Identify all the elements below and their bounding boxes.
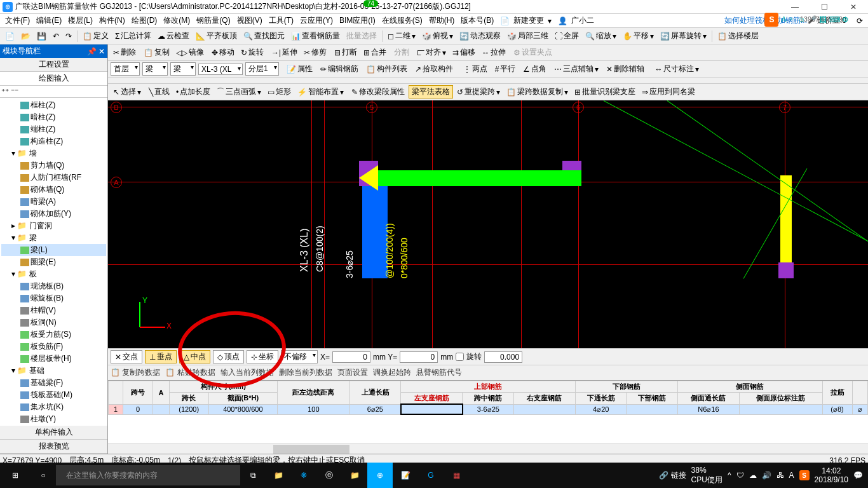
menu-version[interactable]: 版本号(B) (458, 15, 496, 26)
tree-item[interactable]: 剪力墙(Q) (1, 159, 106, 172)
adjust-span[interactable]: 调换起始跨 (373, 367, 411, 378)
two-point-button[interactable]: ⋮ 两点 (461, 64, 490, 74)
layer-dropdown[interactable]: 分层1 (245, 62, 279, 76)
rect-button[interactable]: ▭ 矩形 (265, 86, 294, 97)
menu-tool[interactable]: 工具(T) (266, 15, 296, 26)
task-view-icon[interactable]: ⧉ (240, 463, 266, 488)
new-icon[interactable]: 📄 (3, 32, 17, 41)
snap-coord[interactable]: ⊹ 坐标 (247, 350, 278, 363)
tree-item[interactable]: ▾ 📁 基础 (1, 365, 106, 377)
smart-button[interactable]: ⚡ 智能布置 ▾ (295, 86, 346, 97)
tree-item[interactable]: 圈梁(E) (1, 256, 106, 268)
edit-span-button[interactable]: ✎ 修改梁段属性 (349, 86, 407, 97)
bird-button[interactable]: 🎲 俯视 ▾ (419, 30, 456, 41)
tree-item[interactable]: 板负筋(F) (1, 341, 106, 353)
screen-rotate-button[interactable]: 🔄 屏幕旋转 ▾ (658, 30, 709, 41)
task-app2[interactable]: ❋ (291, 463, 316, 488)
tree-item[interactable]: 柱墩(Y) (1, 413, 106, 425)
reset-span-button[interactable]: ↺ 重提梁跨 ▾ (454, 86, 503, 97)
move-button[interactable]: ✥ 移动 (209, 47, 237, 58)
tray-notif-icon[interactable]: 💬 (853, 471, 863, 480)
dyn-button[interactable]: 🔄 动态观察 (457, 30, 503, 41)
close-button[interactable]: ✕ (839, 0, 868, 14)
arc3-button[interactable]: ⌒ 三点画弧 ▾ (214, 86, 264, 97)
line-button[interactable]: ╲ 直线 (146, 86, 172, 97)
define-button[interactable]: 📋 定义 (80, 30, 111, 41)
snap-intersect[interactable]: ✕ 交点 (111, 350, 142, 363)
task-note[interactable]: 📝 (393, 463, 418, 488)
set-clip-button[interactable]: ⚙ 设置夹点 (511, 47, 555, 58)
copy-span-button[interactable]: 📋 梁跨数据复制 ▾ (504, 86, 571, 97)
menu-online[interactable]: 在线服务(S) (379, 15, 425, 26)
batch-span-button[interactable]: ⊞ 批量识别梁支座 (572, 86, 638, 97)
member-tree[interactable]: 框柱(Z) 暗柱(Z) 端柱(Z) 构造柱(Z)▾ 📁 墙 剪力墙(Q) 人防门… (0, 98, 107, 426)
menu-help[interactable]: 帮助(H) (426, 15, 458, 26)
tree-item[interactable]: 楼层板带(H) (1, 353, 106, 365)
del-axis-button[interactable]: ✕ 删除辅轴 (604, 64, 647, 74)
tray-link[interactable]: 🔗 链接 (659, 470, 686, 481)
tab-report[interactable]: 报表预览 (0, 440, 107, 454)
stretch-button[interactable]: ↔ 拉伸 (479, 47, 508, 58)
offset-button[interactable]: ⇉ 偏移 (450, 47, 478, 58)
point-angle-button[interactable]: ∠ 点角 (520, 64, 549, 74)
find-button[interactable]: 🔍 查找图元 (241, 30, 287, 41)
save-icon[interactable]: 💾 (34, 32, 49, 41)
open-icon[interactable]: 📂 (18, 32, 33, 41)
view-rebar-button[interactable]: 📊 查看钢筋量 (288, 30, 342, 41)
flat-button[interactable]: 📐 平齐板顶 (193, 30, 240, 41)
tree-item[interactable]: 螺旋板(B) (1, 292, 106, 304)
extend-button[interactable]: →| 延伸 (269, 47, 300, 58)
paste-span-data[interactable]: 📋 粘贴跨数据 (165, 367, 215, 378)
copy-button[interactable]: 📋 复制 (141, 47, 172, 58)
tree-item[interactable]: 基础梁(F) (1, 377, 106, 389)
tree-item[interactable]: 人防门框墙(RF (1, 172, 106, 184)
pan-button[interactable]: ✋ 平移 ▾ (620, 30, 656, 41)
del-col-data[interactable]: 删除当前列数据 (279, 367, 332, 378)
batch-button[interactable]: 批量选择 (344, 30, 379, 41)
merge-button[interactable]: ⊞ 合并 (361, 47, 389, 58)
redo-icon[interactable]: ↷ (63, 32, 74, 41)
tree-item[interactable]: ▾ 📁 板 (1, 268, 106, 280)
split-button[interactable]: 分割 (391, 47, 412, 58)
task-ggj[interactable]: ⊕ (367, 463, 393, 488)
tree-item[interactable]: 框柱(Z) (1, 99, 106, 111)
2d-button[interactable]: ◻ 二维 ▾ (385, 30, 418, 41)
cortana-icon[interactable]: ○ (31, 463, 56, 488)
tree-item[interactable]: 梁(L) (1, 244, 106, 256)
tree-item[interactable]: 筏板基础(M) (1, 389, 106, 401)
menu-file[interactable]: 文件(F) (3, 15, 32, 26)
tray-ime-a[interactable]: A (789, 471, 794, 480)
refresh-icon[interactable]: ⟳ (854, 17, 865, 25)
cloud-check-button[interactable]: ☁ 云检查 (155, 30, 192, 41)
menu-bim[interactable]: BIM应用(I) (337, 15, 378, 26)
edit-rebar-button[interactable]: ✏ 编辑钢筋 (318, 64, 361, 74)
copy-span-data[interactable]: 📋 复制跨数据 (111, 367, 160, 378)
rotate-checkbox[interactable] (456, 353, 464, 361)
floor-dropdown[interactable]: 首层 (111, 62, 140, 76)
pick-button[interactable]: ↗ 拾取构件 (412, 64, 456, 74)
break-button[interactable]: ⊟ 打断 (332, 47, 360, 58)
menu-view[interactable]: 视图(V) (234, 15, 265, 26)
attr-button[interactable]: 📝 属性 (284, 64, 315, 74)
tree-item[interactable]: ▾ 📁 梁 (1, 232, 106, 244)
tree-item[interactable]: 集水坑(K) (1, 401, 106, 413)
user-label[interactable]: 👤 广小二 (555, 15, 599, 26)
expand-icon[interactable]: ⁺⁺ (1, 87, 9, 96)
tree-item[interactable]: ▸ 📁 门窗洞 (1, 220, 106, 232)
mirror-button[interactable]: ◁▷ 镜像 (173, 47, 207, 58)
tray-vol-icon[interactable]: 🔊 (762, 471, 771, 480)
tree-item[interactable]: 板洞(N) (1, 316, 106, 329)
category-dropdown[interactable]: 梁 (142, 62, 168, 76)
parallel-button[interactable]: # 平行 (492, 64, 519, 74)
page-setup[interactable]: 页面设置 (337, 367, 368, 378)
task-edge[interactable]: ⓔ (316, 463, 342, 488)
task-app1[interactable]: 📁 (266, 463, 291, 488)
cantilever-code[interactable]: 悬臂钢筋代号 (416, 367, 462, 378)
menu-edit[interactable]: 编辑(E) (34, 15, 64, 26)
trim-button[interactable]: ✂ 修剪 (301, 47, 329, 58)
member-list-button[interactable]: 📋 构件列表 (363, 64, 410, 74)
horizontal-scrollbar[interactable] (108, 444, 868, 454)
rotate-input[interactable] (484, 351, 522, 363)
tree-item[interactable]: 构造柱(Z) (1, 135, 106, 147)
three-point-axis-button[interactable]: ⋯ 三点辅轴 ▾ (552, 64, 601, 74)
